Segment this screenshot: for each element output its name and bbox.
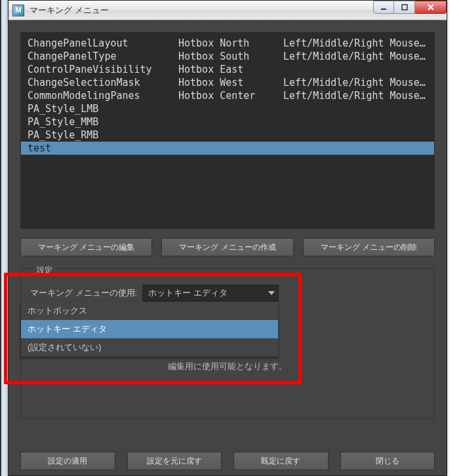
window-title: マーキング メニュー	[30, 5, 373, 16]
delete-button[interactable]: マーキング メニューの削除	[303, 238, 435, 256]
settings-group: 設定 マーキング メニューの使用: ホットキー エディタ ホットボックスホットキ…	[20, 268, 435, 419]
list-row-position	[178, 115, 283, 129]
list-row-trigger	[283, 129, 428, 142]
apply-settings-button[interactable]: 設定の適用	[20, 452, 115, 470]
use-marking-menu-row: マーキング メニューの使用: ホットキー エディタ	[30, 285, 425, 302]
dropdown-item[interactable]: (設定されていない)	[21, 338, 278, 357]
list-row-name: test	[28, 142, 178, 155]
list-row-position: Hotbox South	[178, 50, 283, 63]
list-row-trigger: Left/Middle/Right Mouse Bu…	[283, 76, 428, 89]
list-row-trigger	[283, 63, 428, 76]
list-row-position: Hotbox West	[178, 76, 283, 89]
restore-default-button[interactable]: 既定に戻す	[233, 452, 329, 470]
window-body: ChangePanelLayoutHotbox NorthLeft/Middle…	[9, 20, 447, 476]
create-button[interactable]: マーキング メニューの作成	[161, 238, 293, 256]
marking-menu-list[interactable]: ChangePanelLayoutHotbox NorthLeft/Middle…	[20, 32, 435, 229]
svg-rect-1	[402, 5, 407, 10]
dropdown-item[interactable]: ホットキー エディタ	[21, 320, 278, 338]
chevron-down-icon	[265, 285, 278, 301]
list-row[interactable]: ChangeSelectionMaskHotbox WestLeft/Middl…	[21, 76, 434, 89]
list-row[interactable]: test	[21, 142, 434, 155]
maximize-button[interactable]	[394, 1, 415, 14]
reset-settings-button[interactable]: 設定を元に戻す	[127, 452, 222, 470]
action-button-row: マーキング メニューの編集 マーキング メニューの作成 マーキング メニューの削…	[20, 238, 435, 256]
use-marking-menu-dropdown[interactable]: ホットボックスホットキー エディタ(設定されていない)	[21, 302, 278, 357]
app-icon: M	[12, 5, 24, 16]
combo-value: ホットキー エディタ	[148, 287, 228, 299]
close-button[interactable]	[415, 1, 447, 14]
list-row-position	[178, 129, 283, 142]
settings-title: 設定	[33, 265, 56, 276]
list-row[interactable]: PA_Style_MMB	[21, 115, 434, 129]
list-row-name: PA_Style_MMB	[28, 115, 178, 129]
dropdown-item[interactable]: ホットボックス	[21, 302, 278, 320]
list-row-trigger: Left/Middle/Right Mouse Bu…	[283, 50, 428, 63]
maximize-icon	[401, 4, 408, 10]
svg-rect-0	[381, 9, 386, 10]
close-settings-button[interactable]: 閉じる	[340, 452, 435, 470]
close-icon	[427, 3, 435, 11]
list-row[interactable]: PA_Style_RMB	[21, 129, 434, 142]
list-row[interactable]: ChangePanelLayoutHotbox NorthLeft/Middle…	[21, 37, 434, 50]
list-row-name: ChangeSelectionMask	[28, 76, 178, 89]
minimize-icon	[380, 4, 387, 10]
bottom-button-row: 設定の適用 設定を元に戻す 既定に戻す 閉じる	[20, 452, 435, 470]
use-label: マーキング メニューの使用:	[30, 287, 137, 299]
edit-button[interactable]: マーキング メニューの編集	[20, 238, 152, 256]
list-row[interactable]: CommonModelingPanesHotbox CenterLeft/Mid…	[21, 89, 434, 102]
list-row[interactable]: ControlPaneVisibilityHotbox East	[21, 63, 434, 76]
list-row[interactable]: PA_Style_LMB	[21, 102, 434, 115]
list-row-name: PA_Style_LMB	[28, 102, 178, 115]
list-row-name: ChangePanelType	[28, 50, 178, 63]
list-row-trigger	[283, 102, 428, 115]
minimize-button[interactable]	[373, 1, 394, 14]
list-row-trigger: Left/Middle/Right Mouse Bu…	[283, 37, 428, 50]
list-row-trigger	[283, 115, 428, 129]
list-row-name: ChangePanelLayout	[28, 37, 178, 50]
list-row-position: Hotbox Center	[178, 89, 283, 102]
list-row-trigger	[283, 142, 428, 155]
list-row-position: Hotbox East	[178, 63, 283, 76]
list-row-name: PA_Style_RMB	[28, 129, 178, 142]
list-row-position	[178, 142, 283, 155]
list-row-position: Hotbox North	[178, 37, 283, 50]
titlebar: M マーキング メニュー	[9, 1, 447, 20]
list-row-name: ControlPaneVisibility	[28, 63, 178, 76]
list-row[interactable]: ChangePanelTypeHotbox SouthLeft/Middle/R…	[21, 50, 434, 63]
hint-line-2: 編集用に使用可能となります。	[30, 359, 425, 374]
use-marking-menu-combo[interactable]: ホットキー エディタ	[142, 285, 279, 302]
list-row-name: CommonModelingPanes	[28, 89, 178, 102]
list-row-position	[178, 102, 283, 115]
window-controls	[373, 1, 447, 14]
window: M マーキング メニュー ChangePanelLayoutHotbox Nor…	[8, 0, 447, 476]
list-row-trigger: Left/Middle/Right Mouse Bu…	[283, 89, 428, 102]
